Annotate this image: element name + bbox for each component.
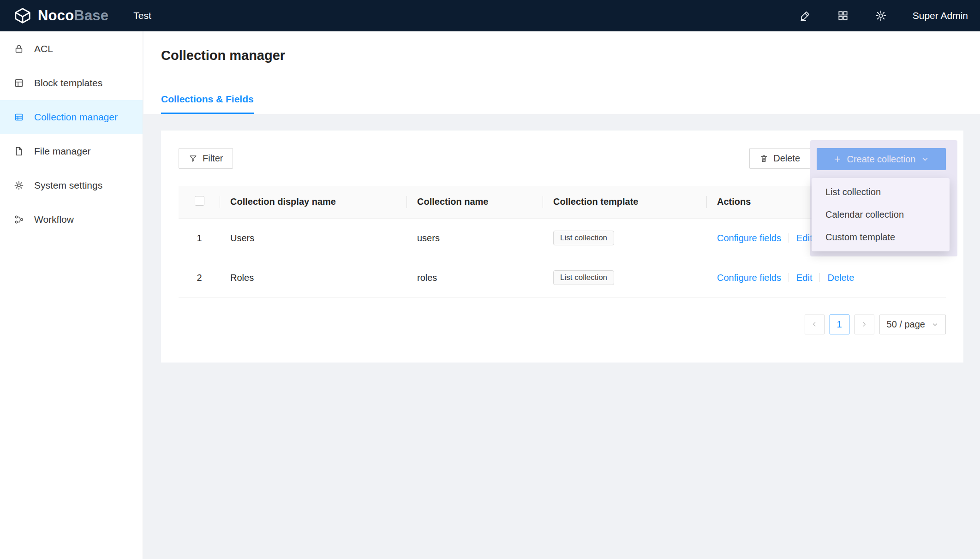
create-collection-menu: List collection Calendar collection Cust… [812,178,950,251]
plus-icon [833,155,842,163]
action-divider [789,273,789,282]
sidebar-item-label: ACL [34,43,53,54]
select-all-checkbox[interactable] [195,196,204,206]
topbar: NocoBase Test Super Admin [0,0,980,31]
page-title: Collection manager [161,31,962,63]
table-row: 2 Roles roles List collection Configure … [179,258,946,297]
sidebar-item-collection-manager[interactable]: Collection manager [0,100,143,134]
highlighter-icon[interactable] [799,10,811,22]
collections-card: Filter Delete Create [161,131,963,363]
sidebar-item-block-templates[interactable]: Block templates [0,66,143,100]
sidebar-item-label: Workflow [34,214,74,225]
topbar-menu-test[interactable]: Test [133,10,151,21]
lock-icon [14,44,24,54]
chevron-down-icon [932,321,938,328]
sidebar-item-file-manager[interactable]: File manager [0,134,143,168]
action-divider [819,273,820,282]
edit-link[interactable]: Edit [796,273,812,283]
pagination: 1 50 / page [179,315,946,334]
main-area: Collection manager Collections & Fields … [143,31,980,559]
template-tag: List collection [553,231,614,245]
tab-collections-and-fields[interactable]: Collections & Fields [161,94,254,114]
pagination-next-button[interactable] [855,315,874,334]
cell-name: users [407,218,543,258]
delete-button[interactable]: Delete [749,148,810,169]
row-index: 2 [179,258,220,297]
delete-link[interactable]: Delete [827,273,854,283]
sidebar-item-label: File manager [34,146,91,157]
edit-link[interactable]: Edit [796,233,812,243]
sidebar: ACL Block templates Collection manager F… [0,31,143,559]
card-toolbar: Filter Delete Create [179,148,946,170]
cell-template: List collection [543,218,707,258]
block-templates-icon [14,78,24,88]
pagination-prev-button[interactable] [805,315,825,334]
action-divider [789,233,789,243]
page-size-select[interactable]: 50 / page [879,315,946,334]
filter-button[interactable]: Filter [179,148,233,169]
sidebar-item-label: Block templates [34,77,102,89]
row-index: 1 [179,218,220,258]
brand-text: NocoBase [38,7,108,24]
configure-fields-link[interactable]: Configure fields [717,233,781,243]
cell-display-name: Users [220,218,407,258]
configure-fields-link[interactable]: Configure fields [717,273,781,283]
gear-icon[interactable] [875,10,887,22]
gear-icon [14,180,24,190]
sidebar-item-system-settings[interactable]: System settings [0,168,143,202]
create-collection-button[interactable]: Create collection [817,148,946,170]
menu-item-calendar-collection[interactable]: Calendar collection [812,203,950,226]
sidebar-item-workflow[interactable]: Workflow [0,202,143,237]
sidebar-item-label: Collection manager [34,112,118,123]
menu-item-list-collection[interactable]: List collection [812,181,950,203]
file-icon [14,146,24,156]
cell-name: roles [407,258,543,297]
topbar-right: Super Admin [799,10,980,22]
pagination-page-1[interactable]: 1 [830,315,849,334]
toolbar-right: Delete Create collection [749,148,946,170]
workflow-icon [14,214,24,225]
cell-display-name: Roles [220,258,407,297]
header-select-all [179,186,220,218]
filter-funnel-icon [189,154,197,163]
cell-template: List collection [543,258,707,297]
sidebar-item-label: System settings [34,180,102,191]
cube-logo-icon [14,7,31,24]
menu-item-custom-template[interactable]: Custom template [812,226,950,249]
chevron-down-icon [921,155,929,163]
user-menu[interactable]: Super Admin [913,10,968,21]
chevron-left-icon [811,321,818,328]
header-template: Collection template [543,186,707,218]
sidebar-item-acl[interactable]: ACL [0,32,143,66]
create-collection-dropdown-region: Create collection List collection Calend… [817,148,946,170]
layout-grid-icon[interactable] [837,10,849,22]
nocobase-logo[interactable]: NocoBase [0,7,108,24]
cell-actions: Configure fieldsEditDelete [707,258,946,297]
header-name: Collection name [407,186,543,218]
header-display-name: Collection display name [220,186,407,218]
chevron-right-icon [860,321,868,328]
template-tag: List collection [553,270,614,285]
collection-table-icon [14,112,24,122]
content-area: Filter Delete Create [143,114,980,363]
trash-icon [759,154,768,163]
page-header: Collection manager Collections & Fields [143,31,980,114]
